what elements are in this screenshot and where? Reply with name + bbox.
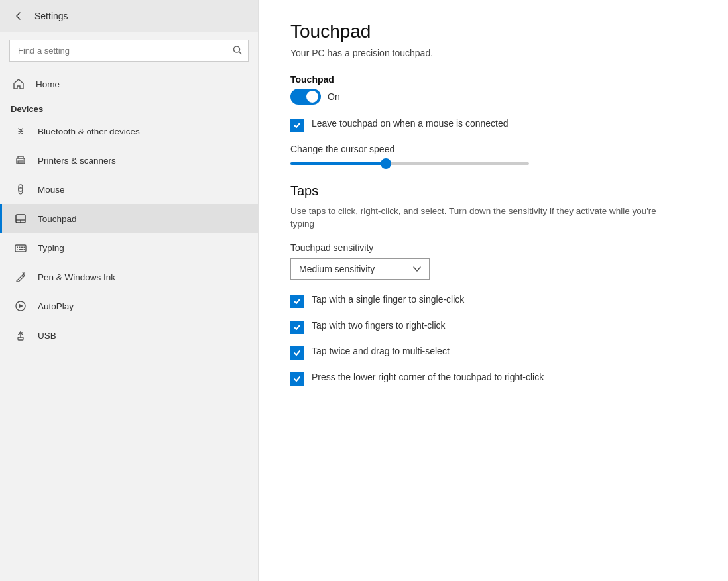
leave-touchpad-row: Leave touchpad on when a mouse is connec…: [290, 118, 696, 132]
sensitivity-value: Medium sensitivity: [299, 264, 375, 274]
tap-two-finger-row: Tap with two fingers to right-click: [290, 320, 696, 334]
sidebar-item-touchpad[interactable]: Touchpad: [0, 204, 258, 233]
svg-rect-15: [24, 247, 25, 248]
printers-label: Printers & scanners: [38, 156, 116, 166]
search-box: [9, 40, 249, 62]
tap-single-checkbox[interactable]: [290, 295, 304, 308]
typing-label: Typing: [38, 243, 64, 253]
svg-rect-12: [17, 247, 18, 248]
touchpad-section-heading: Touchpad: [290, 74, 696, 85]
press-lower-right-label: Press the lower right corner of the touc…: [312, 372, 544, 382]
svg-line-1: [239, 52, 242, 54]
keyboard-icon: [13, 240, 29, 256]
press-lower-right-checkbox[interactable]: [290, 372, 304, 386]
sidebar-title: Settings: [34, 11, 68, 21]
sidebar-item-mouse[interactable]: Mouse: [0, 175, 258, 204]
svg-point-26: [18, 334, 19, 335]
sensitivity-dropdown[interactable]: Medium sensitivity: [290, 258, 430, 280]
svg-rect-3: [18, 161, 23, 163]
cursor-speed-slider[interactable]: [290, 162, 529, 165]
mouse-label: Mouse: [38, 185, 65, 195]
tap-twice-drag-row: Tap twice and drag to multi-select: [290, 346, 696, 360]
chevron-down-icon: [413, 265, 421, 273]
sensitivity-label: Touchpad sensitivity: [290, 242, 696, 253]
pen-icon: [13, 269, 29, 285]
cursor-speed-slider-container: [290, 162, 529, 165]
sidebar-item-usb[interactable]: USB: [0, 321, 258, 350]
tap-two-finger-checkbox[interactable]: [290, 321, 304, 334]
toggle-on-label: On: [328, 91, 340, 102]
mouse-icon: [13, 182, 29, 197]
devices-section-label: Devices: [0, 99, 258, 117]
pen-label: Pen & Windows Ink: [38, 272, 115, 282]
svg-rect-16: [17, 249, 18, 250]
leave-touchpad-label: Leave touchpad on when a mouse is connec…: [312, 118, 509, 129]
sidebar-item-pen[interactable]: Pen & Windows Ink: [0, 262, 258, 291]
search-input[interactable]: [9, 40, 249, 62]
press-lower-right-row: Press the lower right corner of the touc…: [290, 372, 696, 386]
tap-single-label: Tap with a single finger to single-click: [312, 294, 464, 305]
tap-twice-drag-checkbox[interactable]: [290, 346, 304, 360]
svg-rect-11: [15, 245, 26, 252]
svg-rect-17: [19, 249, 23, 250]
autoplay-icon: [13, 298, 29, 314]
taps-title: Taps: [290, 184, 696, 199]
sidebar: Settings Home Devices Bluetooth & other …: [0, 0, 259, 581]
home-icon: [11, 76, 27, 92]
tap-twice-drag-label: Tap twice and drag to multi-select: [312, 346, 450, 356]
svg-marker-20: [19, 304, 23, 308]
bluetooth-label: Bluetooth & other devices: [38, 127, 140, 136]
printer-icon: [13, 152, 29, 168]
touchpad-toggle[interactable]: [290, 89, 321, 105]
sidebar-item-bluetooth[interactable]: Bluetooth & other devices: [0, 117, 258, 146]
svg-rect-23: [18, 337, 23, 340]
bluetooth-icon: [13, 123, 29, 139]
touchpad-icon: [13, 211, 29, 227]
main-content: Touchpad Your PC has a precision touchpa…: [259, 0, 728, 581]
usb-label: USB: [38, 331, 56, 341]
back-button[interactable]: [11, 8, 27, 24]
touchpad-toggle-row: On: [290, 89, 696, 105]
leave-touchpad-checkbox[interactable]: [290, 119, 304, 132]
cursor-speed-label: Change the cursor speed: [290, 144, 696, 154]
taps-section: Taps Use taps to click, right-click, and…: [290, 184, 696, 386]
page-title: Touchpad: [290, 21, 696, 42]
slider-thumb: [381, 158, 391, 169]
tap-two-finger-label: Tap with two fingers to right-click: [312, 320, 446, 331]
slider-fill: [290, 162, 386, 165]
svg-rect-14: [21, 247, 23, 248]
tap-single-row: Tap with a single finger to single-click: [290, 294, 696, 308]
usb-icon: [13, 327, 29, 343]
toggle-track: [290, 89, 321, 105]
taps-description: Use taps to click, right-click, and sele…: [290, 205, 675, 231]
sidebar-header: Settings: [0, 0, 258, 32]
home-label: Home: [36, 79, 60, 89]
sidebar-item-autoplay[interactable]: AutoPlay: [0, 291, 258, 321]
svg-rect-13: [19, 247, 21, 248]
cursor-speed-section: Change the cursor speed: [290, 144, 696, 165]
sidebar-item-typing[interactable]: Typing: [0, 233, 258, 262]
sidebar-item-printers[interactable]: Printers & scanners: [0, 146, 258, 175]
toggle-thumb: [306, 91, 318, 103]
svg-point-27: [22, 334, 23, 335]
search-icon: [233, 45, 242, 56]
page-subtitle: Your PC has a precision touchpad.: [290, 48, 696, 58]
autoplay-label: AutoPlay: [38, 301, 74, 311]
touchpad-label: Touchpad: [38, 214, 77, 224]
svg-rect-18: [24, 249, 25, 250]
sidebar-item-home[interactable]: Home: [0, 70, 258, 99]
svg-point-4: [23, 160, 24, 161]
